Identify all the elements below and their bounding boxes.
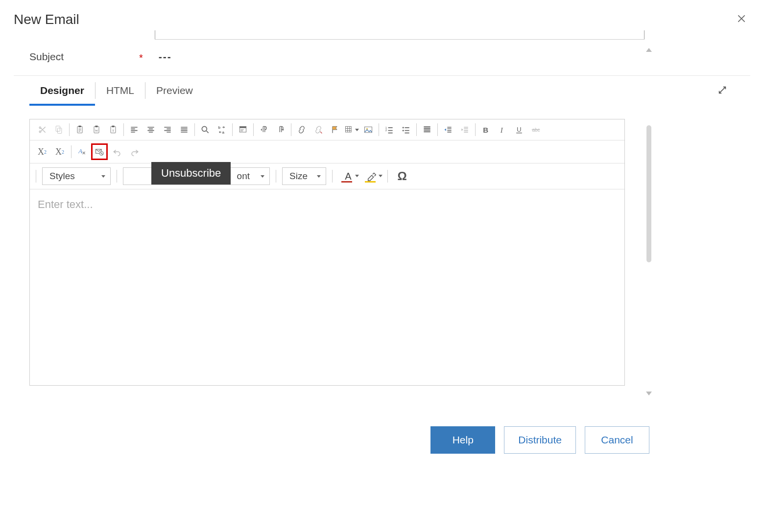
paste-text-button[interactable]: T	[105, 121, 121, 138]
align-center-button[interactable]	[143, 121, 159, 138]
link-button[interactable]	[293, 121, 310, 138]
dialog-title: New Email	[14, 12, 79, 27]
required-mark: *	[139, 52, 143, 64]
scissors-icon	[37, 125, 47, 135]
blockquote-button[interactable]	[419, 121, 435, 138]
underline-icon: U	[514, 125, 524, 135]
close-icon	[737, 14, 746, 23]
svg-rect-5	[96, 126, 98, 127]
special-char-button[interactable]: Ω	[394, 169, 410, 183]
italic-button[interactable]: I	[494, 121, 511, 138]
cut-button[interactable]	[34, 121, 50, 138]
subject-label: Subject	[29, 51, 139, 63]
bold-button[interactable]: B	[478, 121, 494, 138]
clipboard-text-icon: T	[108, 125, 118, 135]
caret-down-icon	[355, 129, 359, 131]
outdent-button[interactable]	[456, 121, 473, 138]
caret-down-icon	[101, 175, 105, 178]
svg-text:U: U	[517, 126, 522, 133]
unlink-icon	[313, 125, 323, 135]
ltr-icon	[259, 125, 269, 135]
paste-button[interactable]	[72, 121, 88, 138]
redo-button[interactable]	[126, 143, 143, 160]
scrollbar-thumb[interactable]	[646, 125, 651, 262]
subject-row: Subject * ---	[0, 40, 764, 75]
undo-button[interactable]	[109, 143, 125, 160]
tab-designer[interactable]: Designer	[29, 76, 95, 105]
image-icon	[363, 125, 373, 135]
highlighter-icon	[366, 171, 377, 182]
toolbar-separator	[276, 170, 276, 183]
subject-input[interactable]: ---	[159, 51, 172, 63]
bg-color-button[interactable]	[362, 168, 382, 185]
svg-text:W: W	[95, 129, 98, 132]
editor-toolbar-row3: Styles ont Size A Ω	[30, 163, 624, 189]
unlink-button[interactable]	[310, 121, 327, 138]
svg-text:T: T	[112, 129, 114, 132]
table-icon	[344, 125, 354, 135]
unsubscribe-button[interactable]	[91, 143, 108, 160]
svg-point-10	[202, 126, 207, 131]
help-button[interactable]: Help	[430, 426, 495, 454]
dialog-footer: Help Distribute Cancel	[430, 426, 649, 454]
expand-button[interactable]	[713, 81, 732, 101]
numbered-list-button[interactable]: 12	[381, 121, 398, 138]
tab-preview[interactable]: Preview	[145, 76, 204, 105]
editor-content-area[interactable]: Enter text...	[30, 189, 624, 385]
svg-text:b: b	[218, 125, 221, 130]
svg-rect-0	[56, 126, 60, 132]
svg-text:I: I	[500, 126, 503, 134]
copy-button[interactable]	[50, 121, 67, 138]
toolbar-separator	[232, 123, 233, 136]
redo-icon	[130, 147, 140, 157]
clear-format-button[interactable]: A	[73, 143, 90, 160]
scroll-down-arrow[interactable]	[646, 392, 652, 395]
ltr-button[interactable]	[256, 121, 272, 138]
indent-button[interactable]	[440, 121, 456, 138]
toolbar-separator	[416, 123, 417, 136]
svg-rect-3	[79, 126, 81, 127]
clipboard-word-icon: W	[92, 125, 101, 135]
distribute-button[interactable]: Distribute	[504, 426, 576, 454]
image-button[interactable]	[360, 121, 377, 138]
svg-rect-14	[239, 126, 246, 128]
underline-button[interactable]: U	[511, 121, 527, 138]
clipboard-icon	[75, 125, 85, 135]
bg-color-swatch	[365, 181, 376, 183]
caret-down-icon	[355, 175, 359, 177]
paste-word-button[interactable]: W	[88, 121, 105, 138]
rtl-button[interactable]	[272, 121, 289, 138]
svg-rect-8	[112, 126, 115, 127]
italic-icon: I	[498, 125, 507, 135]
close-button[interactable]	[733, 12, 750, 27]
strike-icon: abc	[531, 125, 541, 135]
subscript-button[interactable]: X2	[34, 143, 50, 160]
scroll-up-arrow[interactable]	[646, 48, 652, 52]
find-button[interactable]	[197, 121, 214, 138]
cancel-button[interactable]: Cancel	[585, 426, 649, 454]
anchor-button[interactable]	[327, 121, 343, 138]
superscript-button[interactable]: X2	[51, 143, 68, 160]
align-left-button[interactable]	[126, 121, 143, 138]
svg-text:a: a	[222, 130, 225, 135]
tab-html[interactable]: HTML	[96, 76, 145, 105]
caret-down-icon	[261, 175, 264, 178]
text-color-button[interactable]: A	[338, 168, 358, 185]
caret-down-icon	[317, 175, 321, 178]
styles-label: Styles	[49, 171, 75, 182]
svg-text:B: B	[483, 126, 488, 134]
replace-button[interactable]: ba	[214, 121, 230, 138]
editor-toolbar-row1: W T ba 12 B I U abc	[30, 119, 624, 140]
clear-format-icon: A	[77, 147, 87, 157]
strike-button[interactable]: abc	[527, 121, 544, 138]
bullet-list-button[interactable]	[398, 121, 414, 138]
justify-button[interactable]	[176, 121, 192, 138]
templates-button[interactable]	[235, 121, 251, 138]
table-button[interactable]	[343, 121, 360, 138]
align-right-button[interactable]	[159, 121, 176, 138]
numbered-list-icon: 12	[384, 125, 394, 135]
styles-dropdown[interactable]: Styles	[42, 167, 111, 185]
size-dropdown[interactable]: Size	[282, 167, 326, 185]
unsubscribe-icon	[95, 147, 104, 157]
editor-toolbar-row2: X2 X2 A Unsubscribe	[30, 140, 624, 163]
